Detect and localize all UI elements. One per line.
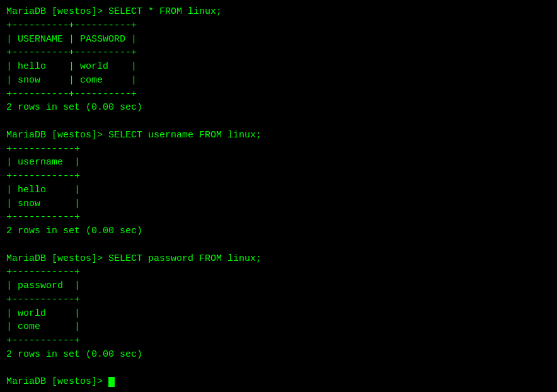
terminal-line: +-----------+ (6, 212, 80, 222)
terminal-line: 2 rows in set (0.00 sec) (6, 349, 142, 360)
terminal-line: +----------+----------+ (6, 20, 137, 31)
terminal-line: | USERNAME | PASSWORD | (6, 34, 137, 45)
terminal-output: MariaDB [westos]> SELECT * FROM linux; +… (6, 5, 551, 389)
terminal-line: | hello | (6, 185, 80, 195)
terminal-line: MariaDB [westos]> SELECT password FROM l… (6, 253, 261, 264)
terminal-line: +-----------+ (6, 294, 80, 305)
terminal-line: | snow | (6, 199, 80, 209)
terminal-line: 2 rows in set (0.00 sec) (6, 226, 142, 236)
terminal-line: | hello | world | (6, 61, 137, 72)
terminal-line: | come | (6, 321, 80, 332)
terminal-line: | world | (6, 308, 80, 319)
terminal-line: MariaDB [westos]> SELECT username FROM l… (6, 130, 261, 141)
terminal-line: MariaDB [westos]> SELECT * FROM linux; (6, 6, 222, 17)
terminal-line: 2 rows in set (0.00 sec) (6, 102, 142, 113)
terminal-line: +-----------+ (6, 171, 80, 182)
terminal-line: +-----------+ (6, 144, 80, 154)
terminal-line: | username | (6, 157, 80, 168)
terminal-line: +----------+----------+ (6, 89, 137, 100)
terminal-line: MariaDB [westos]> (6, 376, 108, 387)
terminal-line: | snow | come | (6, 75, 137, 86)
terminal-line: +-----------+ (6, 267, 80, 277)
terminal-line: | password | (6, 280, 80, 291)
terminal-line: +-----------+ (6, 335, 80, 346)
terminal-line: +----------+----------+ (6, 47, 137, 58)
terminal-cursor (108, 377, 115, 387)
